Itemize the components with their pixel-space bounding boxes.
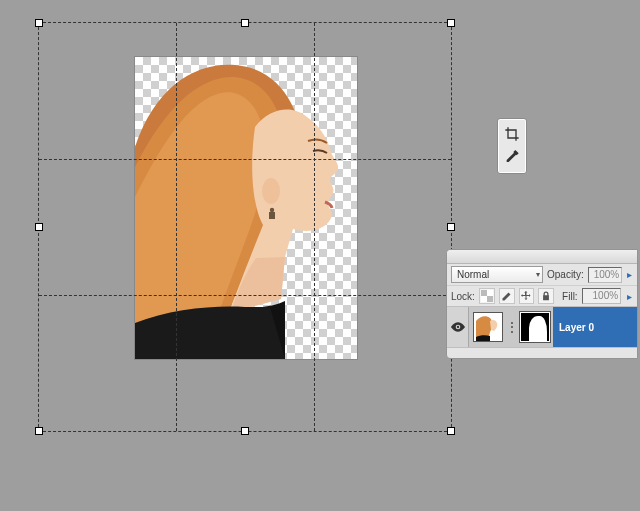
crop-handle[interactable] [35, 223, 43, 231]
visibility-toggle[interactable] [447, 307, 469, 347]
crop-marquee[interactable] [38, 22, 452, 432]
mask-link-icon[interactable]: ⋮ [506, 320, 516, 334]
crop-handle[interactable] [447, 223, 455, 231]
opacity-label: Opacity: [547, 269, 584, 280]
svg-rect-6 [481, 296, 487, 302]
blend-opacity-row: Normal ▾ Opacity: 100% ▸ [447, 264, 637, 285]
layer-row[interactable]: ⋮ Layer 0 [447, 307, 637, 347]
fill-flyout-icon[interactable]: ▸ [625, 291, 633, 302]
svg-rect-3 [481, 290, 487, 296]
toolbox[interactable] [497, 118, 527, 174]
layer-mask-thumbnail[interactable] [520, 312, 550, 342]
opacity-flyout-icon[interactable]: ▸ [626, 269, 633, 280]
crop-handle[interactable] [35, 427, 43, 435]
fill-field[interactable]: 100% [582, 288, 621, 304]
crop-guide-vertical [314, 23, 315, 431]
blend-mode-select[interactable]: Normal ▾ [451, 266, 543, 283]
opacity-field[interactable]: 100% [588, 267, 623, 283]
lock-pixels-button[interactable] [499, 288, 515, 304]
lock-fill-row: Lock: Fill: 100% ▸ [447, 285, 637, 306]
layer-list: ⋮ Layer 0 [447, 306, 637, 348]
crop-handle[interactable] [447, 19, 455, 27]
layer-thumbnail[interactable] [473, 312, 503, 342]
eyedropper-tool-icon[interactable] [501, 147, 523, 169]
layers-panel[interactable]: Normal ▾ Opacity: 100% ▸ Lock: Fill: 100… [446, 249, 638, 359]
crop-handle[interactable] [447, 427, 455, 435]
chevron-down-icon: ▾ [536, 270, 540, 279]
crop-handle[interactable] [241, 427, 249, 435]
svg-rect-5 [487, 290, 493, 296]
crop-handle[interactable] [241, 19, 249, 27]
blend-mode-value: Normal [457, 269, 489, 280]
fill-label: Fill: [562, 291, 578, 302]
layer-name[interactable]: Layer 0 [553, 307, 637, 347]
crop-guide-vertical [176, 23, 177, 431]
lock-all-button[interactable] [538, 288, 554, 304]
svg-rect-4 [487, 296, 493, 302]
crop-handle[interactable] [35, 19, 43, 27]
svg-point-7 [456, 326, 458, 328]
lock-transparency-button[interactable] [479, 288, 495, 304]
crop-guide-horizontal [39, 159, 451, 160]
crop-guide-horizontal [39, 295, 451, 296]
lock-position-button[interactable] [519, 288, 535, 304]
crop-tool-icon[interactable] [501, 123, 523, 145]
lock-label: Lock: [451, 291, 475, 302]
panel-tabs[interactable] [447, 250, 637, 264]
